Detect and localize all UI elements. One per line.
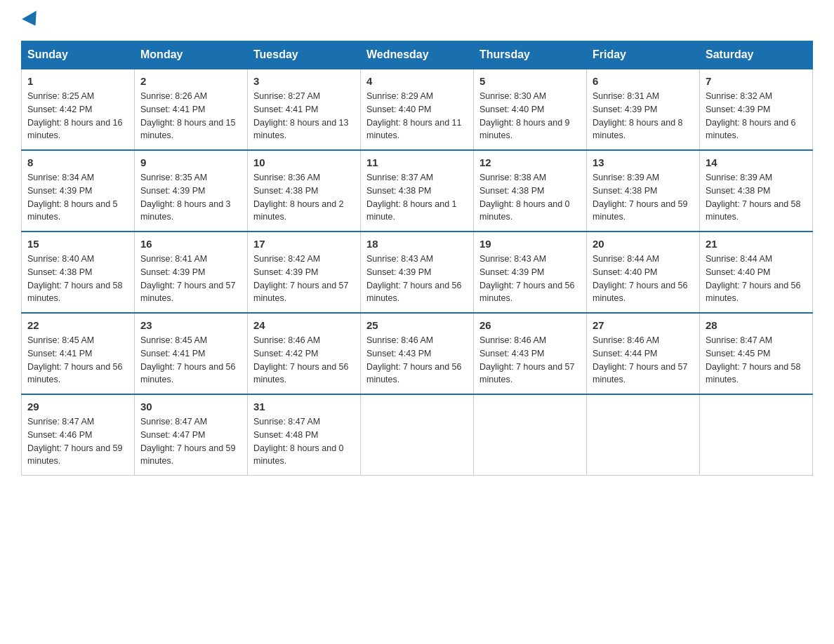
day-number: 7 [706, 75, 807, 87]
day-info: Sunrise: 8:29 AMSunset: 4:40 PMDaylight:… [366, 91, 462, 140]
calendar-cell: 7 Sunrise: 8:32 AMSunset: 4:39 PMDayligh… [700, 69, 813, 150]
day-number: 1 [27, 75, 128, 87]
day-info: Sunrise: 8:36 AMSunset: 4:38 PMDaylight:… [253, 173, 344, 222]
header-thursday: Thursday [474, 41, 587, 69]
day-number: 17 [253, 238, 355, 250]
calendar-cell: 8 Sunrise: 8:34 AMSunset: 4:39 PMDayligh… [22, 150, 135, 232]
day-number: 9 [140, 156, 241, 168]
page-header [21, 14, 813, 27]
day-info: Sunrise: 8:41 AMSunset: 4:39 PMDaylight:… [140, 254, 236, 303]
day-info: Sunrise: 8:43 AMSunset: 4:39 PMDaylight:… [479, 254, 575, 303]
calendar-cell: 5 Sunrise: 8:30 AMSunset: 4:40 PMDayligh… [474, 69, 587, 150]
calendar-cell: 17 Sunrise: 8:42 AMSunset: 4:39 PMDaylig… [248, 232, 361, 313]
day-info: Sunrise: 8:47 AMSunset: 4:47 PMDaylight:… [140, 417, 236, 466]
day-info: Sunrise: 8:35 AMSunset: 4:39 PMDaylight:… [140, 173, 231, 222]
calendar-header-row: SundayMondayTuesdayWednesdayThursdayFrid… [22, 41, 813, 69]
header-sunday: Sunday [22, 41, 135, 69]
day-number: 28 [706, 319, 807, 331]
day-number: 15 [27, 238, 128, 250]
calendar-week-row: 29 Sunrise: 8:47 AMSunset: 4:46 PMDaylig… [22, 394, 813, 476]
day-number: 29 [27, 401, 128, 412]
calendar-cell: 20 Sunrise: 8:44 AMSunset: 4:40 PMDaylig… [587, 232, 700, 313]
day-info: Sunrise: 8:45 AMSunset: 4:41 PMDaylight:… [140, 335, 236, 384]
logo [21, 14, 41, 27]
day-info: Sunrise: 8:39 AMSunset: 4:38 PMDaylight:… [593, 173, 688, 222]
day-number: 16 [140, 238, 241, 250]
day-info: Sunrise: 8:45 AMSunset: 4:41 PMDaylight:… [27, 335, 123, 384]
day-info: Sunrise: 8:46 AMSunset: 4:43 PMDaylight:… [366, 335, 462, 384]
day-number: 11 [366, 156, 468, 168]
calendar-cell [587, 394, 700, 476]
logo-blue-text [21, 14, 41, 27]
calendar-cell: 25 Sunrise: 8:46 AMSunset: 4:43 PMDaylig… [361, 313, 474, 394]
header-tuesday: Tuesday [248, 41, 361, 69]
calendar-cell: 21 Sunrise: 8:44 AMSunset: 4:40 PMDaylig… [700, 232, 813, 313]
day-info: Sunrise: 8:27 AMSunset: 4:41 PMDaylight:… [253, 91, 349, 140]
day-number: 25 [366, 319, 468, 331]
day-number: 5 [479, 75, 581, 87]
day-info: Sunrise: 8:30 AMSunset: 4:40 PMDaylight:… [479, 91, 570, 140]
calendar-table: SundayMondayTuesdayWednesdayThursdayFrid… [21, 41, 813, 476]
calendar-cell [700, 394, 813, 476]
day-info: Sunrise: 8:42 AMSunset: 4:39 PMDaylight:… [253, 254, 349, 303]
calendar-cell: 19 Sunrise: 8:43 AMSunset: 4:39 PMDaylig… [474, 232, 587, 313]
calendar-cell: 16 Sunrise: 8:41 AMSunset: 4:39 PMDaylig… [135, 232, 248, 313]
day-number: 31 [253, 401, 355, 412]
day-number: 6 [593, 75, 694, 87]
day-number: 23 [140, 319, 241, 331]
day-number: 13 [593, 156, 694, 168]
day-number: 27 [593, 319, 694, 331]
header-friday: Friday [587, 41, 700, 69]
day-info: Sunrise: 8:38 AMSunset: 4:38 PMDaylight:… [479, 173, 570, 222]
header-saturday: Saturday [700, 41, 813, 69]
day-info: Sunrise: 8:25 AMSunset: 4:42 PMDaylight:… [27, 91, 123, 140]
calendar-cell [474, 394, 587, 476]
day-info: Sunrise: 8:46 AMSunset: 4:44 PMDaylight:… [593, 335, 688, 384]
day-info: Sunrise: 8:46 AMSunset: 4:42 PMDaylight:… [253, 335, 349, 384]
day-info: Sunrise: 8:44 AMSunset: 4:40 PMDaylight:… [706, 254, 801, 303]
day-number: 22 [27, 319, 128, 331]
calendar-cell: 2 Sunrise: 8:26 AMSunset: 4:41 PMDayligh… [135, 69, 248, 150]
day-info: Sunrise: 8:31 AMSunset: 4:39 PMDaylight:… [593, 91, 683, 140]
day-number: 3 [253, 75, 355, 87]
day-info: Sunrise: 8:37 AMSunset: 4:38 PMDaylight:… [366, 173, 457, 222]
calendar-cell: 18 Sunrise: 8:43 AMSunset: 4:39 PMDaylig… [361, 232, 474, 313]
calendar-cell: 22 Sunrise: 8:45 AMSunset: 4:41 PMDaylig… [22, 313, 135, 394]
calendar-cell: 27 Sunrise: 8:46 AMSunset: 4:44 PMDaylig… [587, 313, 700, 394]
calendar-cell: 12 Sunrise: 8:38 AMSunset: 4:38 PMDaylig… [474, 150, 587, 232]
day-number: 2 [140, 75, 241, 87]
day-number: 12 [479, 156, 581, 168]
day-info: Sunrise: 8:47 AMSunset: 4:46 PMDaylight:… [27, 417, 123, 466]
day-info: Sunrise: 8:46 AMSunset: 4:43 PMDaylight:… [479, 335, 575, 384]
day-info: Sunrise: 8:47 AMSunset: 4:45 PMDaylight:… [706, 335, 801, 384]
day-number: 19 [479, 238, 581, 250]
calendar-cell [361, 394, 474, 476]
calendar-cell: 4 Sunrise: 8:29 AMSunset: 4:40 PMDayligh… [361, 69, 474, 150]
calendar-cell: 23 Sunrise: 8:45 AMSunset: 4:41 PMDaylig… [135, 313, 248, 394]
logo-triangle-icon [22, 11, 43, 30]
day-number: 18 [366, 238, 468, 250]
day-number: 8 [27, 156, 128, 168]
calendar-week-row: 22 Sunrise: 8:45 AMSunset: 4:41 PMDaylig… [22, 313, 813, 394]
calendar-cell: 15 Sunrise: 8:40 AMSunset: 4:38 PMDaylig… [22, 232, 135, 313]
day-info: Sunrise: 8:32 AMSunset: 4:39 PMDaylight:… [706, 91, 796, 140]
day-info: Sunrise: 8:44 AMSunset: 4:40 PMDaylight:… [593, 254, 688, 303]
day-info: Sunrise: 8:40 AMSunset: 4:38 PMDaylight:… [27, 254, 123, 303]
day-number: 10 [253, 156, 355, 168]
day-number: 20 [593, 238, 694, 250]
calendar-cell: 30 Sunrise: 8:47 AMSunset: 4:47 PMDaylig… [135, 394, 248, 476]
header-monday: Monday [135, 41, 248, 69]
day-number: 26 [479, 319, 581, 331]
day-info: Sunrise: 8:47 AMSunset: 4:48 PMDaylight:… [253, 417, 344, 466]
calendar-cell: 9 Sunrise: 8:35 AMSunset: 4:39 PMDayligh… [135, 150, 248, 232]
day-number: 4 [366, 75, 468, 87]
header-wednesday: Wednesday [361, 41, 474, 69]
calendar-cell: 6 Sunrise: 8:31 AMSunset: 4:39 PMDayligh… [587, 69, 700, 150]
day-number: 14 [706, 156, 807, 168]
day-number: 21 [706, 238, 807, 250]
calendar-week-row: 1 Sunrise: 8:25 AMSunset: 4:42 PMDayligh… [22, 69, 813, 150]
calendar-cell: 1 Sunrise: 8:25 AMSunset: 4:42 PMDayligh… [22, 69, 135, 150]
calendar-cell: 31 Sunrise: 8:47 AMSunset: 4:48 PMDaylig… [248, 394, 361, 476]
day-info: Sunrise: 8:43 AMSunset: 4:39 PMDaylight:… [366, 254, 462, 303]
calendar-cell: 24 Sunrise: 8:46 AMSunset: 4:42 PMDaylig… [248, 313, 361, 394]
